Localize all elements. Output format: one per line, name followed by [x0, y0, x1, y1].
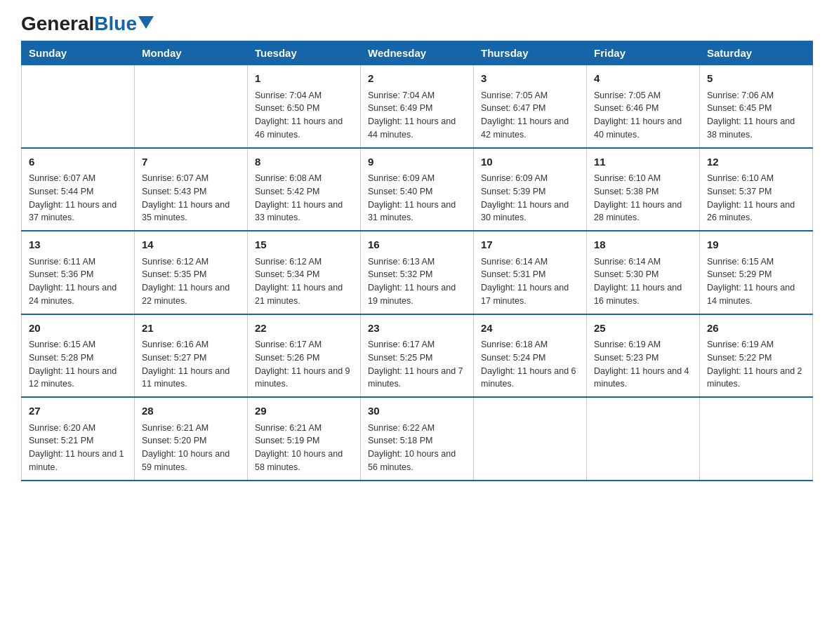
- calendar-cell: 28Sunrise: 6:21 AMSunset: 5:20 PMDayligh…: [135, 397, 248, 481]
- calendar-cell: 18Sunrise: 6:14 AMSunset: 5:30 PMDayligh…: [587, 231, 700, 314]
- header-monday: Monday: [135, 41, 248, 65]
- logo-text: GeneralBlue: [21, 14, 137, 34]
- day-number: 19: [707, 237, 805, 253]
- week-row-3: 13Sunrise: 6:11 AMSunset: 5:36 PMDayligh…: [22, 231, 813, 314]
- day-info: Sunrise: 6:11 AMSunset: 5:36 PMDaylight:…: [29, 255, 127, 308]
- day-info: Sunrise: 6:12 AMSunset: 5:35 PMDaylight:…: [142, 255, 240, 308]
- header-wednesday: Wednesday: [361, 41, 474, 65]
- day-number: 24: [481, 321, 579, 337]
- day-number: 11: [594, 154, 692, 170]
- calendar-cell: 21Sunrise: 6:16 AMSunset: 5:27 PMDayligh…: [135, 314, 248, 398]
- page-header: GeneralBlue Blue: [21, 14, 813, 34]
- day-info: Sunrise: 6:17 AMSunset: 5:26 PMDaylight:…: [255, 338, 353, 391]
- day-number: 10: [481, 154, 579, 170]
- day-info: Sunrise: 7:04 AMSunset: 6:50 PMDaylight:…: [255, 89, 353, 142]
- calendar-header-row: SundayMondayTuesdayWednesdayThursdayFrid…: [22, 41, 813, 65]
- calendar-cell: [135, 65, 248, 148]
- day-number: 12: [707, 154, 805, 170]
- day-info: Sunrise: 7:04 AMSunset: 6:49 PMDaylight:…: [368, 89, 466, 142]
- calendar-cell: 6Sunrise: 6:07 AMSunset: 5:44 PMDaylight…: [22, 148, 135, 232]
- calendar-cell: 12Sunrise: 6:10 AMSunset: 5:37 PMDayligh…: [700, 148, 813, 232]
- calendar-cell: 10Sunrise: 6:09 AMSunset: 5:39 PMDayligh…: [474, 148, 587, 232]
- day-info: Sunrise: 6:14 AMSunset: 5:30 PMDaylight:…: [594, 255, 692, 308]
- header-sunday: Sunday: [22, 41, 135, 65]
- day-info: Sunrise: 7:06 AMSunset: 6:45 PMDaylight:…: [707, 89, 805, 142]
- day-number: 22: [255, 321, 353, 337]
- calendar-cell: [587, 397, 700, 481]
- header-thursday: Thursday: [474, 41, 587, 65]
- day-info: Sunrise: 6:22 AMSunset: 5:18 PMDaylight:…: [368, 422, 466, 474]
- day-info: Sunrise: 6:19 AMSunset: 5:23 PMDaylight:…: [594, 338, 692, 391]
- day-number: 5: [707, 71, 805, 87]
- calendar-cell: 23Sunrise: 6:17 AMSunset: 5:25 PMDayligh…: [361, 314, 474, 398]
- day-info: Sunrise: 7:05 AMSunset: 6:46 PMDaylight:…: [594, 89, 692, 142]
- calendar-cell: 7Sunrise: 6:07 AMSunset: 5:43 PMDaylight…: [135, 148, 248, 232]
- calendar-cell: 25Sunrise: 6:19 AMSunset: 5:23 PMDayligh…: [587, 314, 700, 398]
- calendar-cell: 1Sunrise: 7:04 AMSunset: 6:50 PMDaylight…: [248, 65, 361, 148]
- calendar-cell: 5Sunrise: 7:06 AMSunset: 6:45 PMDaylight…: [700, 65, 813, 148]
- day-number: 1: [255, 71, 353, 87]
- calendar-cell: 15Sunrise: 6:12 AMSunset: 5:34 PMDayligh…: [248, 231, 361, 314]
- day-number: 16: [368, 237, 466, 253]
- day-number: 26: [707, 321, 805, 337]
- calendar-cell: 9Sunrise: 6:09 AMSunset: 5:40 PMDaylight…: [361, 148, 474, 232]
- calendar-cell: 24Sunrise: 6:18 AMSunset: 5:24 PMDayligh…: [474, 314, 587, 398]
- calendar-cell: 3Sunrise: 7:05 AMSunset: 6:47 PMDaylight…: [474, 65, 587, 148]
- day-number: 20: [29, 321, 127, 337]
- calendar-cell: 19Sunrise: 6:15 AMSunset: 5:29 PMDayligh…: [700, 231, 813, 314]
- day-number: 2: [368, 71, 466, 87]
- day-info: Sunrise: 7:05 AMSunset: 6:47 PMDaylight:…: [481, 89, 579, 142]
- day-info: Sunrise: 6:14 AMSunset: 5:31 PMDaylight:…: [481, 255, 579, 308]
- logo-arrow-icon: [138, 16, 154, 32]
- header-friday: Friday: [587, 41, 700, 65]
- day-number: 27: [29, 403, 127, 420]
- day-number: 28: [142, 403, 240, 420]
- day-number: 7: [142, 154, 240, 170]
- svg-marker-0: [138, 16, 154, 29]
- logo: GeneralBlue Blue: [21, 14, 154, 34]
- week-row-2: 6Sunrise: 6:07 AMSunset: 5:44 PMDaylight…: [22, 148, 813, 232]
- calendar-cell: 30Sunrise: 6:22 AMSunset: 5:18 PMDayligh…: [361, 397, 474, 481]
- week-row-1: 1Sunrise: 7:04 AMSunset: 6:50 PMDaylight…: [22, 65, 813, 148]
- calendar-cell: [474, 397, 587, 481]
- calendar-cell: 2Sunrise: 7:04 AMSunset: 6:49 PMDaylight…: [361, 65, 474, 148]
- calendar-cell: 17Sunrise: 6:14 AMSunset: 5:31 PMDayligh…: [474, 231, 587, 314]
- day-info: Sunrise: 6:09 AMSunset: 5:39 PMDaylight:…: [481, 172, 579, 224]
- day-info: Sunrise: 6:10 AMSunset: 5:37 PMDaylight:…: [707, 172, 805, 224]
- day-info: Sunrise: 6:20 AMSunset: 5:21 PMDaylight:…: [29, 422, 127, 474]
- week-row-4: 20Sunrise: 6:15 AMSunset: 5:28 PMDayligh…: [22, 314, 813, 398]
- calendar-cell: 11Sunrise: 6:10 AMSunset: 5:38 PMDayligh…: [587, 148, 700, 232]
- day-info: Sunrise: 6:21 AMSunset: 5:20 PMDaylight:…: [142, 422, 240, 474]
- day-info: Sunrise: 6:15 AMSunset: 5:28 PMDaylight:…: [29, 338, 127, 391]
- calendar-cell: 22Sunrise: 6:17 AMSunset: 5:26 PMDayligh…: [248, 314, 361, 398]
- day-info: Sunrise: 6:07 AMSunset: 5:43 PMDaylight:…: [142, 172, 240, 224]
- day-number: 13: [29, 237, 127, 253]
- calendar-cell: 16Sunrise: 6:13 AMSunset: 5:32 PMDayligh…: [361, 231, 474, 314]
- header-saturday: Saturday: [700, 41, 813, 65]
- calendar-cell: 13Sunrise: 6:11 AMSunset: 5:36 PMDayligh…: [22, 231, 135, 314]
- header-tuesday: Tuesday: [248, 41, 361, 65]
- day-number: 23: [368, 321, 466, 337]
- calendar-cell: 20Sunrise: 6:15 AMSunset: 5:28 PMDayligh…: [22, 314, 135, 398]
- calendar-cell: 4Sunrise: 7:05 AMSunset: 6:46 PMDaylight…: [587, 65, 700, 148]
- day-info: Sunrise: 6:16 AMSunset: 5:27 PMDaylight:…: [142, 338, 240, 391]
- day-info: Sunrise: 6:08 AMSunset: 5:42 PMDaylight:…: [255, 172, 353, 224]
- day-number: 15: [255, 237, 353, 253]
- day-number: 8: [255, 154, 353, 170]
- calendar-cell: 8Sunrise: 6:08 AMSunset: 5:42 PMDaylight…: [248, 148, 361, 232]
- day-info: Sunrise: 6:13 AMSunset: 5:32 PMDaylight:…: [368, 255, 466, 308]
- calendar-cell: 26Sunrise: 6:19 AMSunset: 5:22 PMDayligh…: [700, 314, 813, 398]
- day-info: Sunrise: 6:15 AMSunset: 5:29 PMDaylight:…: [707, 255, 805, 308]
- day-number: 30: [368, 403, 466, 420]
- calendar-cell: 29Sunrise: 6:21 AMSunset: 5:19 PMDayligh…: [248, 397, 361, 481]
- calendar-cell: [700, 397, 813, 481]
- day-info: Sunrise: 6:17 AMSunset: 5:25 PMDaylight:…: [368, 338, 466, 391]
- week-row-5: 27Sunrise: 6:20 AMSunset: 5:21 PMDayligh…: [22, 397, 813, 481]
- day-number: 17: [481, 237, 579, 253]
- day-info: Sunrise: 6:21 AMSunset: 5:19 PMDaylight:…: [255, 422, 353, 474]
- day-number: 9: [368, 154, 466, 170]
- day-number: 18: [594, 237, 692, 253]
- day-number: 6: [29, 154, 127, 170]
- day-info: Sunrise: 6:09 AMSunset: 5:40 PMDaylight:…: [368, 172, 466, 224]
- calendar-cell: 27Sunrise: 6:20 AMSunset: 5:21 PMDayligh…: [22, 397, 135, 481]
